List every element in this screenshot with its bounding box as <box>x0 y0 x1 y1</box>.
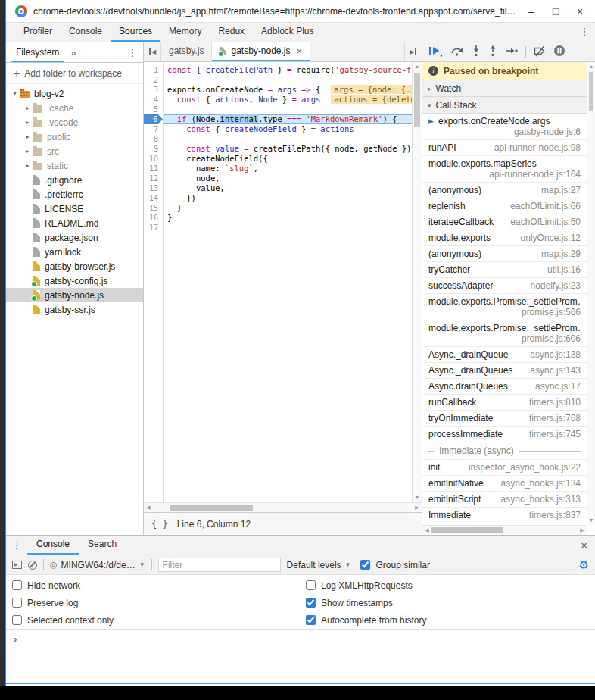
stack-frame-init[interactable]: initinspector_async_hook.js:22 <box>422 460 587 476</box>
scrollbar-thumb[interactable] <box>414 73 420 127</box>
step-button[interactable] <box>505 45 518 58</box>
code-line-3[interactable]: exports.onCreateNode = args => {args = {… <box>164 85 412 95</box>
stack-frame-module-exports-promise-settleprom-[interactable]: module.exports.Promise._settleProm…promi… <box>422 294 587 320</box>
watch-section-header[interactable]: ▸ Watch <box>422 80 587 97</box>
stack-frame-replenish[interactable]: replenisheachOfLimit.js:66 <box>422 198 587 214</box>
stack-frame-successadapter[interactable]: successAdapternodeify.js:23 <box>422 278 587 294</box>
code-line-5[interactable] <box>164 105 412 114</box>
console-settings-gear-icon[interactable] <box>579 558 589 572</box>
stack-frame--anonymous-[interactable]: (anonymous)map.js:29 <box>422 246 587 262</box>
code-line-7[interactable]: const { createNodeField } = actions <box>164 124 412 134</box>
code-line-6[interactable]: if (Node.internal.type === 'MarkdownRema… <box>164 114 412 124</box>
close-tab-icon[interactable]: × <box>297 42 303 60</box>
code-editor[interactable]: 1234567891011121314151617 const { create… <box>144 62 422 502</box>
tree-item-package-json[interactable]: package.json <box>6 230 143 245</box>
scroll-up-icon[interactable]: ▲ <box>413 62 422 71</box>
drawer-menu-icon[interactable] <box>11 539 23 551</box>
tab-search[interactable]: Search <box>79 536 126 555</box>
stack-frame--anonymous-[interactable]: (anonymous)map.js:27 <box>422 183 587 198</box>
tree-item-gatsby-config-js[interactable]: gatsby-config.js <box>6 273 143 288</box>
line-number-gutter[interactable]: 1234567891011121314151617 <box>144 62 164 502</box>
stack-frame-exports-oncreatenode-args[interactable]: ▶exports.onCreateNode.argsgatsby-node.js… <box>422 114 587 140</box>
code-line-11[interactable]: name: `slug`, <box>164 164 412 173</box>
clear-console-icon[interactable] <box>28 561 37 570</box>
console-prompt-chevron[interactable]: › <box>6 630 595 645</box>
console-output[interactable]: › <box>6 630 595 684</box>
checkbox-log-xmlhttprequests[interactable] <box>306 580 316 590</box>
tree-item-gatsby-browser-js[interactable]: gatsby-browser.js <box>6 259 143 273</box>
stack-frame-immediate[interactable]: Immediatetimers.js:837 <box>422 508 587 523</box>
tree-item-yarn-lock[interactable]: yarn.lock <box>6 245 143 259</box>
step-into-button[interactable] <box>472 45 481 59</box>
tab-redux[interactable]: Redux <box>210 23 253 42</box>
tree-item-public[interactable]: ▸public <box>6 130 143 144</box>
deactivate-breakpoints-button[interactable] <box>534 45 546 59</box>
code-line-10[interactable]: createNodeField({ <box>164 154 412 164</box>
stack-frame-trycatcher[interactable]: tryCatcherutil.js:16 <box>422 262 587 278</box>
tree-item-blog-v2[interactable]: ▾blog-v2 <box>6 86 143 101</box>
resume-button[interactable] <box>428 45 443 59</box>
step-out-button[interactable] <box>488 45 497 59</box>
stack-frame-iterateecallback[interactable]: iterateeCallbackeachOfLimit.js:50 <box>422 214 587 230</box>
breakpoint-line-marker[interactable]: 6 <box>144 114 163 124</box>
close-drawer-icon[interactable]: × <box>581 539 587 552</box>
editor-tab-gatsby-js[interactable]: gatsby.js <box>161 42 212 61</box>
more-options-icon[interactable] <box>578 26 590 37</box>
tree-item-static[interactable]: ▸static <box>6 158 143 173</box>
tab-console[interactable]: Console <box>27 536 79 555</box>
tree-item-gatsby-node-js[interactable]: gatsby-node.js <box>6 288 143 302</box>
stack-frame-module-exports-mapseries[interactable]: module.exports.mapSeriesapi-runner-node.… <box>422 156 587 183</box>
callstack-vertical-scrollbar[interactable]: ▲ ▼ <box>587 62 595 525</box>
scroll-left-icon[interactable]: ◀ <box>422 526 431 535</box>
console-sidebar-icon[interactable] <box>12 561 22 569</box>
tab-sources[interactable]: Sources <box>111 23 160 42</box>
scroll-right-icon[interactable]: ▶ <box>578 526 587 535</box>
tab-console[interactable]: Console <box>61 23 111 42</box>
minimize-button[interactable]: – <box>519 0 544 23</box>
code-line-12[interactable]: node, <box>164 173 412 183</box>
log-levels-selector[interactable]: Default levels ▼ <box>287 560 351 570</box>
tree-item-readme-md[interactable]: README.md <box>6 216 143 230</box>
stack-frame-emitinitscript[interactable]: emitInitScriptasync_hooks.js:313 <box>422 492 587 508</box>
scrollbar-thumb[interactable] <box>589 72 593 111</box>
tree-item--cache[interactable]: ▸.cache <box>6 101 143 115</box>
stack-frame-runcallback[interactable]: runCallbacktimers.js:810 <box>422 395 587 411</box>
checkbox-selected-context-only[interactable] <box>12 615 22 625</box>
checkbox-show-timestamps[interactable] <box>306 598 316 608</box>
code-line-8[interactable] <box>164 134 412 144</box>
tree-item--prettierrc[interactable]: .prettierrc <box>6 187 143 202</box>
code-line-4[interactable]: const { actions, Node } = argsactions = … <box>164 95 412 105</box>
code-line-17[interactable] <box>164 223 412 233</box>
stack-frame-module-exports-promise-settleprom-[interactable]: module.exports.Promise._settleProm…promi… <box>422 320 587 347</box>
tab-profiler[interactable]: Profiler <box>15 23 61 42</box>
stack-frame-async-drainqueues[interactable]: Async.drainQueuesasync.js:17 <box>422 379 587 395</box>
call-stack-section-header[interactable]: ▾ Call Stack <box>422 97 587 114</box>
stack-frame-emitinitnative[interactable]: emitInitNativeasync_hooks.js:134 <box>422 476 587 492</box>
scroll-down-icon[interactable]: ▼ <box>413 493 422 502</box>
step-over-button[interactable] <box>450 45 464 59</box>
next-tabs-icon[interactable]: ▶ <box>404 42 422 61</box>
code-line-15[interactable]: } <box>164 203 412 213</box>
prev-tabs-icon[interactable]: ◀ <box>144 42 161 61</box>
code-line-16[interactable]: } <box>164 213 412 223</box>
add-folder-button[interactable]: Add folder to workspace <box>6 63 143 84</box>
tab-adblock-plus[interactable]: Adblock Plus <box>253 23 322 42</box>
close-window-button[interactable]: × <box>568 0 592 23</box>
stack-frame-tryonimmediate[interactable]: tryOnImmediatetimers.js:768 <box>422 411 587 427</box>
maximize-button[interactable]: □ <box>544 0 568 23</box>
tree-item-license[interactable]: LICENSE <box>6 202 143 216</box>
code-line-9[interactable]: const value = createFilePath({ node, get… <box>164 144 412 154</box>
scrollbar-thumb[interactable] <box>431 527 503 533</box>
stack-frame-async-drainqueue[interactable]: Async._drainQueueasync.js:138 <box>422 347 587 363</box>
code-line-13[interactable]: value, <box>164 183 412 193</box>
scroll-up-icon[interactable]: ▲ <box>587 62 595 71</box>
editor-vertical-scrollbar[interactable]: ▲ ▼ <box>412 62 422 502</box>
stack-frame-module-exports[interactable]: module.exportsonlyOnce.js:12 <box>422 230 587 246</box>
editor-horizontal-scrollbar[interactable]: ◀ ▶ <box>144 502 422 512</box>
context-selector[interactable]: MINGW64:/d/de… ▼ <box>50 560 145 570</box>
scroll-down-icon[interactable]: ▼ <box>587 516 595 525</box>
tree-item--vscode[interactable]: ▸.vscode <box>6 115 143 130</box>
scroll-right-icon[interactable]: ▶ <box>413 503 422 512</box>
scroll-left-icon[interactable]: ◀ <box>144 503 153 512</box>
tab-memory[interactable]: Memory <box>160 23 210 42</box>
